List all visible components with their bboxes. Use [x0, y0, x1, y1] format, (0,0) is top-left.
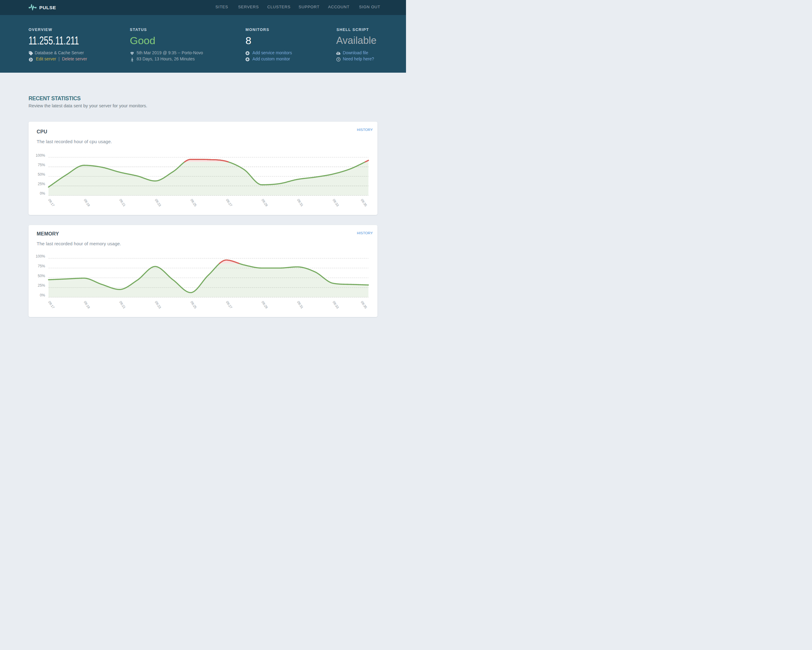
- svg-text:09:27: 09:27: [225, 198, 233, 207]
- svg-text:25%: 25%: [38, 283, 45, 288]
- svg-text:09:17: 09:17: [47, 300, 55, 309]
- svg-text:09:33: 09:33: [332, 300, 340, 309]
- svg-text:09:35: 09:35: [360, 300, 368, 309]
- svg-text:09:29: 09:29: [261, 198, 269, 207]
- svg-text:50%: 50%: [38, 172, 45, 177]
- svg-text:09:27: 09:27: [225, 300, 233, 309]
- svg-text:09:17: 09:17: [47, 198, 55, 207]
- svg-text:09:29: 09:29: [261, 300, 269, 309]
- svg-text:25%: 25%: [38, 182, 45, 186]
- svg-text:09:31: 09:31: [296, 198, 304, 207]
- svg-text:50%: 50%: [38, 274, 45, 278]
- svg-text:09:25: 09:25: [190, 198, 198, 207]
- svg-text:09:31: 09:31: [296, 300, 304, 309]
- svg-text:100%: 100%: [36, 153, 45, 158]
- svg-text:0%: 0%: [40, 191, 46, 196]
- svg-text:09:33: 09:33: [332, 198, 340, 207]
- svg-text:09:23: 09:23: [154, 198, 162, 207]
- svg-text:0%: 0%: [40, 293, 46, 297]
- svg-text:75%: 75%: [38, 163, 45, 167]
- svg-text:09:19: 09:19: [83, 198, 91, 207]
- svg-text:09:35: 09:35: [360, 198, 368, 207]
- svg-text:75%: 75%: [38, 264, 45, 268]
- svg-text:09:25: 09:25: [190, 300, 198, 309]
- svg-text:09:21: 09:21: [119, 300, 127, 309]
- svg-text:09:23: 09:23: [154, 300, 162, 309]
- svg-text:09:19: 09:19: [83, 300, 91, 309]
- svg-text:09:21: 09:21: [119, 198, 127, 207]
- svg-text:?: ?: [337, 58, 339, 61]
- svg-text:100%: 100%: [36, 254, 45, 259]
